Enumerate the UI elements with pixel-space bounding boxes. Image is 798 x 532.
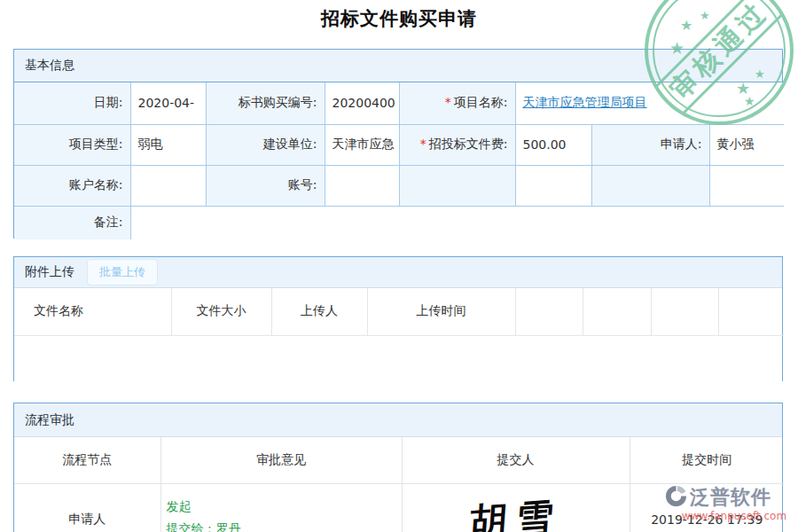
approval-opinion-line1: 发起 (167, 496, 402, 518)
date-value: 2020-04- (130, 82, 206, 124)
approval-submitter-cell: 胡雪 (402, 483, 630, 532)
approval-header-node: 流程节点 (14, 437, 160, 483)
approval-node: 申请人 (14, 483, 160, 532)
attachments-section-title: 附件上传 (25, 264, 74, 280)
date-label: 日期: (14, 82, 130, 124)
batch-upload-button[interactable]: 批量上传 (87, 259, 158, 286)
project-name-link[interactable]: 天津市应急管理局项目 (523, 95, 647, 109)
attach-header-file-size: 文件大小 (171, 288, 271, 335)
page: { "page": { "title": "招标文件购买申请" }, "stam… (0, 0, 798, 532)
empty-label-cell (399, 165, 515, 206)
approval-header-submit-time: 提交时间 (630, 437, 784, 483)
attach-header-upload-time: 上传时间 (367, 288, 515, 335)
approval-table: 流程节点 审批意见 提交人 提交时间 申请人 发起 提交给：罗丹 胡雪 2019… (14, 437, 784, 532)
attachments-table: 文件名称 文件大小 上传人 上传时间 (14, 288, 784, 336)
approval-section: 流程审批 流程节点 审批意见 提交人 提交时间 申请人 发起 提交给：罗丹 胡雪… (13, 403, 783, 532)
page-title: 招标文件购买申请 (0, 6, 798, 31)
attach-header-file-name: 文件名称 (14, 288, 171, 335)
basic-info-section: 基本信息 日期: 2020-04- 标书购买编号: 20200400 *项目名称… (13, 49, 783, 239)
bid-fee-label: *招投标文件费: (399, 124, 515, 165)
basic-info-table: 日期: 2020-04- 标书购买编号: 20200400 *项目名称: 天津市… (14, 82, 784, 239)
applicant-value: 黄小强 (709, 124, 784, 165)
attach-header-empty (583, 288, 651, 335)
attach-header-uploader: 上传人 (271, 288, 367, 335)
project-name-cell: 天津市应急管理局项目 (515, 82, 784, 124)
account-name-label: 账户名称: (14, 165, 130, 206)
required-asterisk: * (420, 137, 426, 151)
submitter-signature: 胡雪 (468, 491, 564, 532)
bid-no-label: 标书购买编号: (206, 82, 325, 124)
attach-header-empty (651, 288, 718, 335)
attach-header-empty (718, 288, 784, 335)
approval-section-title: 流程审批 (14, 403, 782, 437)
bid-no-value: 20200400 (325, 82, 399, 124)
approval-opinion-line2: 提交给：罗丹 (167, 518, 402, 532)
empty-label-cell (591, 165, 709, 206)
build-unit-label: 建设单位: (206, 124, 325, 165)
approval-row: 申请人 发起 提交给：罗丹 胡雪 2019-12-26 17:39 (14, 483, 784, 532)
attachments-empty-list (14, 336, 782, 381)
required-asterisk: * (445, 95, 451, 109)
project-name-label: *项目名称: (399, 82, 515, 124)
attach-header-empty (515, 288, 583, 335)
approval-opinion: 发起 提交给：罗丹 (160, 483, 402, 532)
empty-value-cell (709, 165, 784, 206)
remark-value (130, 206, 784, 239)
approval-submit-time: 2019-12-26 17:39 (630, 483, 784, 532)
applicant-label: 申请人: (591, 124, 709, 165)
attachments-section: 附件上传 批量上传 文件名称 文件大小 上传人 上传时间 (13, 256, 783, 381)
project-type-value: 弱电 (130, 124, 206, 165)
bid-fee-value: 500.00 (515, 124, 591, 165)
account-no-value (325, 165, 399, 206)
empty-value-cell (515, 165, 591, 206)
account-name-value (130, 165, 206, 206)
account-no-label: 账号: (206, 165, 325, 206)
basic-info-section-title: 基本信息 (14, 50, 782, 82)
approval-header-opinion: 审批意见 (160, 437, 402, 483)
approval-header-submitter: 提交人 (402, 437, 630, 483)
project-type-label: 项目类型: (14, 124, 130, 165)
remark-label: 备注: (14, 206, 130, 239)
build-unit-value: 天津市应急 (325, 124, 399, 165)
